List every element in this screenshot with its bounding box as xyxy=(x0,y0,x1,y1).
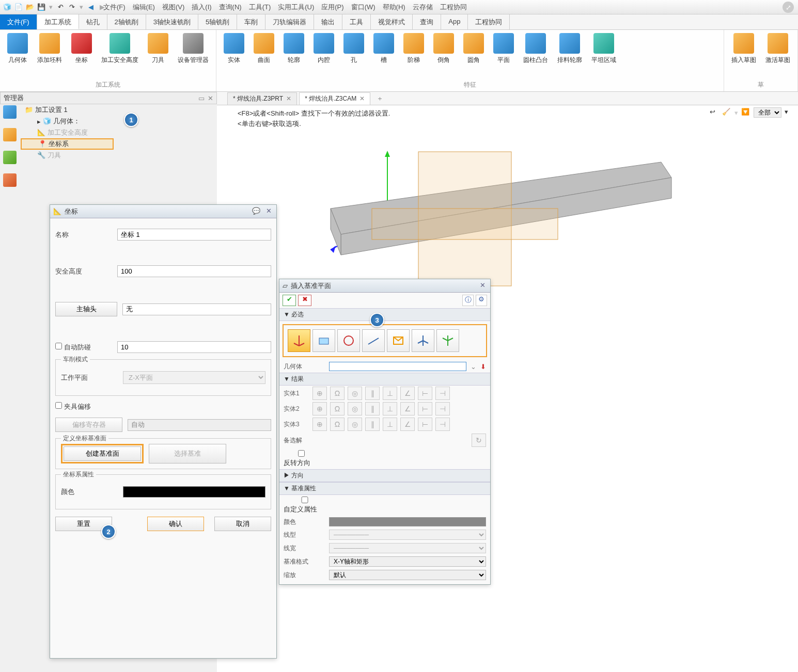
sym-btn[interactable]: ⊢ xyxy=(418,402,432,415)
sym-btn[interactable]: ◎ xyxy=(348,418,362,431)
sym-btn[interactable]: ∥ xyxy=(365,418,380,431)
cancel-icon[interactable]: ✖ xyxy=(298,295,311,306)
tab-3axis[interactable]: 3轴快速铣削 xyxy=(146,14,198,29)
ribbon-plane[interactable]: 平面 xyxy=(489,32,518,79)
ribbon-pocket[interactable]: 内腔 xyxy=(309,32,338,79)
menu-view[interactable]: 视图(V) xyxy=(162,3,184,12)
sym-btn[interactable]: Ω xyxy=(330,402,345,415)
panel-close-icon[interactable]: ✕ xyxy=(264,207,273,216)
anticollision-input[interactable] xyxy=(117,341,271,353)
tree-geometry[interactable]: ▸🧊 几何体： xyxy=(21,116,217,127)
sym-btn[interactable]: ⊢ xyxy=(418,387,432,400)
sym-btn[interactable]: ◎ xyxy=(348,387,362,400)
section-direction[interactable]: ▶ 方向 xyxy=(279,469,490,482)
section-attrs[interactable]: ▼ 基准属性 xyxy=(279,482,490,495)
side-tree-icon[interactable] xyxy=(3,105,17,119)
ribbon-device-mgr[interactable]: 设备管理器 xyxy=(174,32,213,79)
menu-utilities[interactable]: 实用工具(U) xyxy=(278,3,314,12)
menu-cloud[interactable]: 云存储 xyxy=(413,3,433,12)
clamp-offset-checkbox[interactable] xyxy=(55,402,62,409)
side-image-icon[interactable] xyxy=(3,151,17,164)
method-4[interactable] xyxy=(362,329,385,352)
sym-btn[interactable]: Ω xyxy=(330,387,345,400)
tab-file[interactable]: 文件(F) xyxy=(0,14,37,29)
expand-icon[interactable]: ⌄ xyxy=(471,363,476,371)
section-required[interactable]: ▼ 必选 xyxy=(279,308,490,321)
tree-root[interactable]: 📁 加工设置 1 xyxy=(21,104,217,116)
section-result[interactable]: ▼ 结果 xyxy=(279,373,490,386)
tab-turn[interactable]: 车削 xyxy=(237,14,265,29)
ribbon-hole[interactable]: 孔 xyxy=(339,32,368,79)
cancel-button[interactable]: 取消 xyxy=(214,517,271,531)
sym-btn[interactable]: ◎ xyxy=(348,402,362,415)
reverse-checkbox[interactable] xyxy=(284,450,319,457)
custom-attr-checkbox[interactable] xyxy=(284,497,326,503)
sym-btn[interactable]: ∠ xyxy=(400,387,415,400)
ribbon-insert-sketch[interactable]: 插入草图 xyxy=(727,32,760,79)
method-6[interactable] xyxy=(412,329,434,352)
sym-btn[interactable]: ⊣ xyxy=(435,387,450,400)
ribbon-surface[interactable]: 曲面 xyxy=(249,32,278,79)
menu-window[interactable]: 窗口(W) xyxy=(351,3,375,12)
settings-icon[interactable]: ⚙ xyxy=(476,295,487,306)
tab-2axis[interactable]: 2轴铣削 xyxy=(107,14,146,29)
sym-btn[interactable]: ⊥ xyxy=(383,402,397,415)
method-3[interactable] xyxy=(337,329,360,352)
manager-dock-icon[interactable]: ▭ xyxy=(198,94,205,102)
safe-height-input[interactable] xyxy=(117,265,271,277)
color-swatch[interactable] xyxy=(123,486,265,498)
panel-close-icon[interactable]: ✕ xyxy=(478,281,487,291)
ribbon-add-stock[interactable]: 添加坯料 xyxy=(33,32,66,79)
panel-chat-icon[interactable]: 💬 xyxy=(252,207,261,216)
doc-tab-prt[interactable]: * 焊线治具.Z3PRT✕ xyxy=(227,92,297,105)
manager-close-icon[interactable]: ✕ xyxy=(208,94,213,102)
tab-tools[interactable]: 工具 xyxy=(342,14,371,29)
tab-query[interactable]: 查询 xyxy=(413,14,441,29)
menu-edit[interactable]: 编辑(E) xyxy=(133,3,155,12)
format-select[interactable]: X-Y轴和矩形 xyxy=(329,556,486,567)
menu-tools[interactable]: 工具(T) xyxy=(249,3,271,12)
ok-button[interactable]: 确认 xyxy=(147,517,204,531)
pick-icon[interactable]: ⬇ xyxy=(480,363,486,371)
doc-tab-cam[interactable]: * 焊线治具.Z3CAM✕ xyxy=(299,92,370,105)
tab-output[interactable]: 输出 xyxy=(314,14,342,29)
filter-icon[interactable]: 🔽 xyxy=(741,108,750,117)
ribbon-profile[interactable]: 轮廓 xyxy=(279,32,308,79)
tab-collab[interactable]: 工程协同 xyxy=(468,14,510,29)
method-5[interactable] xyxy=(387,329,410,352)
sym-btn[interactable]: ⊥ xyxy=(383,418,397,431)
ribbon-safe-height[interactable]: 加工安全高度 xyxy=(97,32,143,79)
side-box-icon[interactable] xyxy=(3,128,17,141)
sym-btn[interactable]: ⊢ xyxy=(418,418,432,431)
ribbon-coord[interactable]: 坐标 xyxy=(67,32,96,79)
tab-machining-system[interactable]: 加工系统 xyxy=(37,14,79,29)
filter-select[interactable]: 全部 xyxy=(754,107,781,118)
alt-solution-button[interactable]: ↻ xyxy=(472,434,486,447)
fullscreen-icon[interactable]: ⤢ xyxy=(783,2,794,13)
menu-query[interactable]: 查询(N) xyxy=(219,3,242,12)
method-1[interactable] xyxy=(288,329,310,352)
tree-coord-system[interactable]: 📍 坐标系 xyxy=(21,138,114,150)
geometry-input[interactable] xyxy=(329,362,466,371)
spindle-button[interactable]: 主轴头 xyxy=(55,302,117,316)
sym-btn[interactable]: ∠ xyxy=(400,418,415,431)
menu-file[interactable]: 文件(F) xyxy=(103,3,126,12)
sym-btn[interactable]: ∠ xyxy=(400,402,415,415)
ribbon-tool[interactable]: 刀具 xyxy=(144,32,173,79)
menu-help[interactable]: 帮助(H) xyxy=(383,3,405,12)
ribbon-slot[interactable]: 槽 xyxy=(369,32,398,79)
tab-5axis[interactable]: 5轴铣削 xyxy=(198,14,237,29)
name-input[interactable] xyxy=(117,229,271,241)
ribbon-solid[interactable]: 实体 xyxy=(220,32,248,79)
ribbon-chamfer[interactable]: 倒角 xyxy=(429,32,458,79)
info-icon[interactable]: ⓘ xyxy=(462,295,474,306)
sym-btn[interactable]: ⊕ xyxy=(312,402,327,415)
tree-safe-height[interactable]: 📐 加工安全高度 xyxy=(21,127,217,138)
side-user-icon[interactable] xyxy=(3,173,17,187)
eraser-icon[interactable]: 🧹 xyxy=(722,108,731,117)
tab-visual-style[interactable]: 视觉样式 xyxy=(371,14,413,29)
anticollision-checkbox[interactable] xyxy=(55,343,62,349)
sym-btn[interactable]: ∥ xyxy=(365,387,380,400)
menu-insert[interactable]: 插入(I) xyxy=(192,3,211,12)
close-icon[interactable]: ✕ xyxy=(359,95,365,102)
